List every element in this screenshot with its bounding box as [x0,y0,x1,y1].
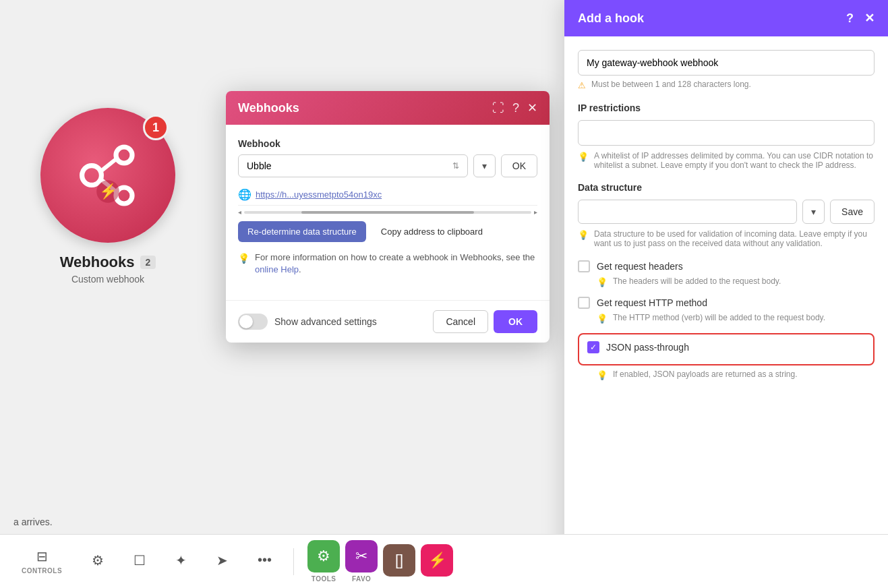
ds-hint-text: Data structure to be used for validation… [594,229,875,248]
webhooks-toggle-row: Show advanced settings [238,314,377,330]
toolbar-separator [293,548,294,575]
webhook-add-button[interactable]: OK [501,154,537,177]
add-hook-panel: Add a hook ? ✕ ⚠ Must be between 1 and 1… [564,0,888,588]
select-arrows-icon: ⇅ [452,161,459,171]
more-icon: ••• [258,552,272,568]
webhook-svg-icon: ⚡ [67,135,148,216]
webhooks-advanced-toggle[interactable] [238,314,268,330]
webhooks-cancel-button[interactable]: Cancel [433,310,488,333]
webhook-badge: 1 [143,115,169,140]
json-hint-text: If enabled, JSON payloads are returned a… [613,370,798,379]
webhook-subtitle: Custom webhook [71,274,144,285]
toolbar-panel-group[interactable]: ☐ [125,552,154,571]
name-hint-row: ⚠ Must be between 1 and 128 characters l… [578,80,875,90]
copy-address-button[interactable]: Copy address to clipboard [372,221,492,242]
get-headers-label: Get request headers [597,261,683,272]
json-passthrough-label: JSON pass-through [606,342,689,353]
webhooks-ok-button[interactable]: OK [494,310,537,333]
webhooks-modal: Webhooks ⛶ ? ✕ Webhook Ubble ⇅ ▾ OK 🌐 ht… [226,91,550,343]
get-headers-hint: 💡 The headers will be added to the reque… [578,276,875,287]
ip-section-label: IP restrictions [578,102,875,113]
webhook-url-row: 🌐 https://h...uyessmetpto54on19xc [238,184,537,206]
json-passthrough-hint: 💡 If enabled, JSON payloads are returned… [578,370,875,380]
get-headers-checkbox[interactable] [578,260,590,272]
json-passthrough-checkbox[interactable] [587,341,599,353]
add-hook-title: Add a hook [578,11,644,26]
tools-icon-btn[interactable]: ⚙ [307,540,340,572]
arrives-text: a arrives. [0,517,66,527]
http-method-hint-icon: 💡 [597,314,608,324]
webhook-url-text[interactable]: https://h...uyessmetpto54on19xc [256,189,537,200]
headers-hint-text: The headers will be added to the request… [613,276,781,286]
webhooks-close-button[interactable]: ✕ [527,100,537,115]
webhook-dropdown-button[interactable]: ▾ [473,154,496,177]
name-hint-icon: ⚠ [578,80,586,90]
webhook-title-text: Webhooks [60,254,135,271]
webhooks-modal-body: Webhook Ubble ⇅ ▾ OK 🌐 https://h...uyess… [226,125,550,300]
webhooks-modal-header: Webhooks ⛶ ? ✕ [226,91,550,125]
favorites-group[interactable]: ✂ FAVO [345,540,378,583]
tools-label: TOOLS [312,575,336,583]
toolbar-controls-group[interactable]: ⊟ CONTROLS [13,548,70,575]
add-hook-body: ⚠ Must be between 1 and 128 characters l… [564,36,888,403]
ds-select[interactable] [578,200,797,224]
get-http-method-label: Get request HTTP method [597,297,707,308]
get-http-method-hint: 💡 The HTTP method (verb) will be added t… [578,313,875,324]
webhook-toolbar-group[interactable]: ⚡ [421,544,453,579]
scroll-left-icon[interactable]: ◂ [238,208,241,216]
svg-line-3 [100,159,116,172]
url-scrollbar-row: ◂ ▸ [238,208,537,216]
webhooks-modal-actions: ⛶ ? ✕ [492,100,537,115]
json-hint-icon: 💡 [597,370,608,380]
webhook-title-row: Webhooks 2 [60,254,156,271]
ds-select-wrap [578,200,797,224]
toolbar-magic-group[interactable]: ✦ [167,552,195,571]
svg-point-0 [82,166,102,185]
toolbar-arrow-group[interactable]: ➤ [208,552,236,571]
bracket-group[interactable]: [] [383,544,415,579]
webhooks-help-button[interactable]: ? [512,100,519,115]
magic-icon: ✦ [175,552,187,568]
webhooks-toggle-label: Show advanced settings [274,316,377,327]
add-hook-header-icons: ? ✕ [846,11,875,26]
info-bulb-icon: 💡 [238,253,249,264]
webhooks-footer-buttons: Cancel OK [433,310,537,333]
redetermine-button[interactable]: Re-determine data structure [238,221,366,242]
tools-group[interactable]: ⚙ TOOLS [307,540,340,583]
get-http-method-row: Get request HTTP method [578,297,875,309]
add-hook-help-button[interactable]: ? [846,11,854,26]
webhook-select-wrap: Ubble ⇅ [238,154,468,177]
url-scrollbar[interactable] [244,211,531,214]
toggle-thumb [239,315,253,328]
bracket-icon-btn[interactable]: [] [383,544,415,577]
ip-input[interactable] [578,120,875,146]
webhook-count-badge: 2 [140,256,156,269]
panel-icon: ☐ [134,552,146,568]
http-method-hint-text: The HTTP method (verb) will be added to … [613,313,825,322]
hook-name-input[interactable] [578,50,875,76]
ds-dropdown-button[interactable]: ▾ [802,200,825,224]
webhooks-expand-button[interactable]: ⛶ [492,100,504,115]
webhook-info-text: For more information on how to create a … [255,252,537,276]
webhook-field-label: Webhook [238,138,537,149]
scroll-right-icon[interactable]: ▸ [534,208,537,216]
webhook-select-value: Ubble [247,160,272,171]
online-help-link[interactable]: online Help [255,264,299,274]
favorites-icon-btn[interactable]: ✂ [345,540,378,572]
webhook-icon-btn[interactable]: ⚡ [421,544,453,577]
toolbar-more-group[interactable]: ••• [249,552,280,570]
webhook-icon-area: ⚡ 1 Webhooks 2 Custom webhook [40,108,175,285]
ds-hint-icon: 💡 [578,230,589,240]
get-headers-row: Get request headers [578,260,875,272]
controls-label: CONTROLS [22,567,62,575]
get-http-method-checkbox[interactable] [578,297,590,309]
webhook-select[interactable]: Ubble ⇅ [238,154,468,177]
ds-add-button[interactable]: Save [830,200,875,224]
ip-hint-text: A whitelist of IP addresses delimited by… [594,151,875,170]
action-buttons-row: Re-determine data structure Copy address… [238,221,537,242]
add-hook-close-button[interactable]: ✕ [864,11,875,26]
webhooks-modal-title: Webhooks [238,101,299,115]
toolbar-gear-group[interactable]: ⚙ [84,552,112,571]
controls-icon: ⊟ [36,548,48,564]
gear-icon: ⚙ [92,552,104,568]
